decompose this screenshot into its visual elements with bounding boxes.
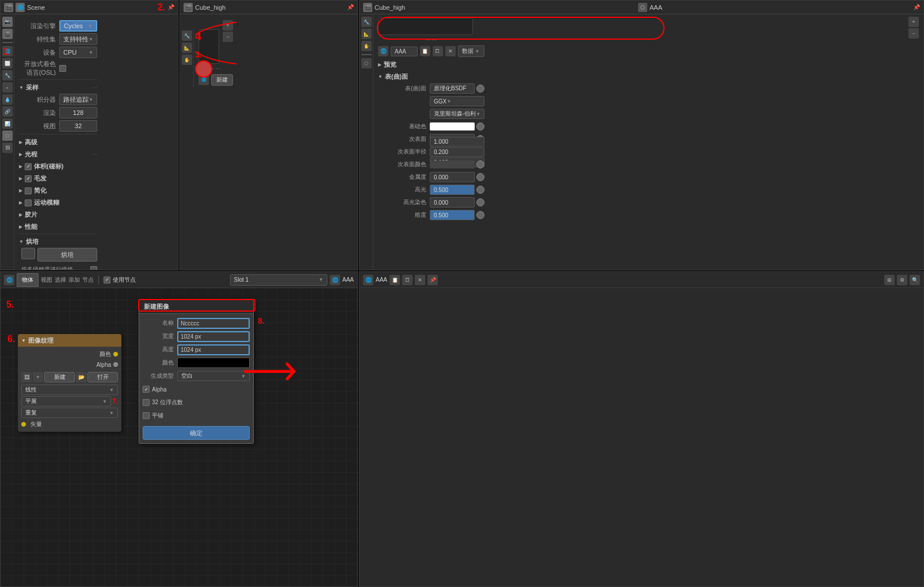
- specular-tint-field[interactable]: 0.000: [430, 197, 475, 208]
- performance-section[interactable]: ▶ 性能: [19, 222, 97, 231]
- scene-icon-sidebar[interactable]: 🎬: [2, 29, 13, 39]
- sampling-section[interactable]: ▼ 采样 ⋯: [19, 83, 97, 92]
- hair-checkbox[interactable]: [25, 175, 32, 182]
- fresnel-select[interactable]: 克里斯坦森-伯利 ▼: [430, 109, 484, 119]
- mat-delete-icon[interactable]: ✕: [445, 46, 456, 56]
- sidebar-icon-2[interactable]: 📐: [361, 29, 372, 39]
- dialog-tiled-checkbox[interactable]: [143, 412, 150, 419]
- radius-r[interactable]: 1.000: [430, 137, 484, 147]
- pin-icon-mid[interactable]: 📌: [347, 4, 354, 10]
- data-label[interactable]: 数据 ▼: [458, 45, 485, 57]
- volumes-checkbox[interactable]: [25, 163, 32, 170]
- aaa-icon[interactable]: ⬡: [638, 3, 647, 12]
- object-icon[interactable]: ⬜: [2, 58, 13, 68]
- editor-type-icon[interactable]: 🎬: [184, 3, 193, 12]
- viewport-samples-field[interactable]: 32: [59, 120, 97, 132]
- osl-checkbox[interactable]: [59, 65, 66, 72]
- select-menu[interactable]: 选择: [55, 276, 66, 284]
- motion-blur-checkbox[interactable]: [25, 199, 32, 206]
- render-engine-select[interactable]: Cycles ▼: [59, 20, 97, 32]
- surface-value[interactable]: 原理化BSDF: [430, 83, 475, 94]
- panel-type-icon[interactable]: 🎬: [4, 3, 13, 12]
- pin-icon[interactable]: 📌: [167, 4, 174, 10]
- dialog-alpha-checkbox[interactable]: [143, 386, 150, 393]
- open-image-btn[interactable]: 打开: [87, 372, 118, 382]
- copy-icon-full[interactable]: 📋: [390, 275, 400, 285]
- sidebar-icon-4[interactable]: ⬡: [361, 58, 372, 68]
- dialog-height-field[interactable]: 1024 px: [177, 344, 250, 355]
- node-editor-type-icon[interactable]: 🌐: [4, 275, 14, 285]
- dialog-fp32-checkbox[interactable]: [143, 399, 150, 406]
- new-mat-btn[interactable]: 新建: [211, 74, 233, 86]
- bake-icon[interactable]: [21, 248, 35, 259]
- mat-name-field[interactable]: AAA: [391, 47, 418, 56]
- subsurface-color-swatch[interactable]: [430, 160, 475, 168]
- pin-icon-full[interactable]: 📌: [427, 275, 438, 285]
- dialog-color-swatch[interactable]: [177, 358, 250, 368]
- bake-button[interactable]: 烘培: [37, 248, 97, 262]
- hair-section[interactable]: ▶ 毛发: [19, 174, 97, 183]
- roughness-field[interactable]: 0.500: [430, 210, 475, 220]
- node-menu[interactable]: 节点: [82, 276, 94, 284]
- advanced-section[interactable]: ▶ 高级: [19, 138, 97, 147]
- zoom-icon[interactable]: 🔍: [910, 275, 920, 285]
- particles-icon[interactable]: •: [2, 82, 13, 93]
- ggx-select[interactable]: GGX ▼: [430, 96, 484, 106]
- mat-copy-icon[interactable]: 📋: [420, 46, 430, 56]
- view-menu[interactable]: 视图: [41, 276, 52, 284]
- radius-g[interactable]: 0.200: [430, 147, 484, 157]
- add-image-btn[interactable]: +: [33, 372, 43, 382]
- material-icon[interactable]: ⬡: [2, 131, 13, 141]
- annotated-icon[interactable]: [195, 60, 212, 78]
- resize-handle-r[interactable]: ⋯⋯: [378, 37, 484, 43]
- lighting-section[interactable]: ▶ 光程 ⋯: [19, 150, 97, 159]
- device-select[interactable]: CPU ▼: [59, 47, 97, 58]
- object-tab[interactable]: 物体: [17, 273, 39, 287]
- remove-slot-btn[interactable]: −: [223, 32, 233, 42]
- color-socket-out[interactable]: [113, 352, 118, 356]
- mat-tool-3[interactable]: ✋: [182, 55, 192, 65]
- bake-multi-checkbox[interactable]: [90, 266, 97, 270]
- texture-icon[interactable]: 🖼: [2, 143, 13, 153]
- render-samples-field[interactable]: 128: [59, 107, 97, 118]
- render-icon[interactable]: 📷: [2, 17, 13, 27]
- add-menu[interactable]: 添加: [68, 276, 80, 284]
- new-icon-full[interactable]: 🗒: [402, 275, 413, 285]
- sidebar-icon-1[interactable]: 🔧: [361, 17, 372, 27]
- repeat-select[interactable]: 重复 ▼: [21, 408, 118, 418]
- feature-set-select[interactable]: 支持特性 ▼: [59, 33, 97, 45]
- linear-select[interactable]: 线性 ▼: [21, 385, 118, 395]
- simplify-checkbox[interactable]: [25, 187, 32, 194]
- layout-icon[interactable]: ⊞: [884, 275, 895, 285]
- data-icon[interactable]: 📊: [2, 118, 13, 129]
- browse-image-btn[interactable]: 📂: [76, 372, 86, 382]
- volumes-section[interactable]: ▶ 体积(碰标): [19, 162, 97, 171]
- mat-tool-2[interactable]: 📐: [182, 43, 192, 53]
- base-color-swatch[interactable]: [430, 122, 475, 131]
- specular-field[interactable]: 0.500: [430, 185, 475, 195]
- node-full-type-icon[interactable]: 🌐: [363, 275, 373, 285]
- modifier-icon[interactable]: 🔧: [2, 70, 13, 80]
- alpha-socket-out[interactable]: [113, 362, 118, 367]
- vector-socket-in[interactable]: [21, 422, 26, 427]
- use-nodes-checkbox[interactable]: [104, 277, 110, 283]
- physics-icon[interactable]: 💧: [2, 94, 13, 105]
- motion-blur-section[interactable]: ▶ 运动模糊: [19, 198, 97, 207]
- world-icon-node[interactable]: 🌐: [330, 275, 340, 285]
- sidebar-icon-3[interactable]: ✋: [361, 41, 372, 51]
- add-slot-btn[interactable]: +: [223, 20, 233, 30]
- options-icon[interactable]: ⚙: [897, 275, 907, 285]
- simplify-section[interactable]: ▶ 简化: [19, 186, 97, 195]
- new-image-btn[interactable]: 新建: [44, 372, 75, 382]
- dialog-width-field[interactable]: 1024 px: [177, 331, 250, 342]
- scene-icon[interactable]: 🌐: [16, 3, 25, 12]
- dialog-name-field[interactable]: Nccccc: [177, 318, 250, 329]
- preview-section[interactable]: ▶ 预览: [378, 60, 484, 69]
- constraints-icon[interactable]: 🔗: [2, 106, 13, 117]
- mat-new-icon[interactable]: 🗒: [433, 46, 443, 56]
- surface-section[interactable]: ▼ 表(曲)面: [378, 72, 484, 81]
- film-section[interactable]: ▶ 胶片: [19, 210, 97, 219]
- mat-props-icon[interactable]: 🎬: [363, 3, 372, 12]
- mat-editor-icon[interactable]: 🌐: [378, 46, 388, 56]
- integrator-select[interactable]: 路径追踪 ▼: [59, 94, 97, 105]
